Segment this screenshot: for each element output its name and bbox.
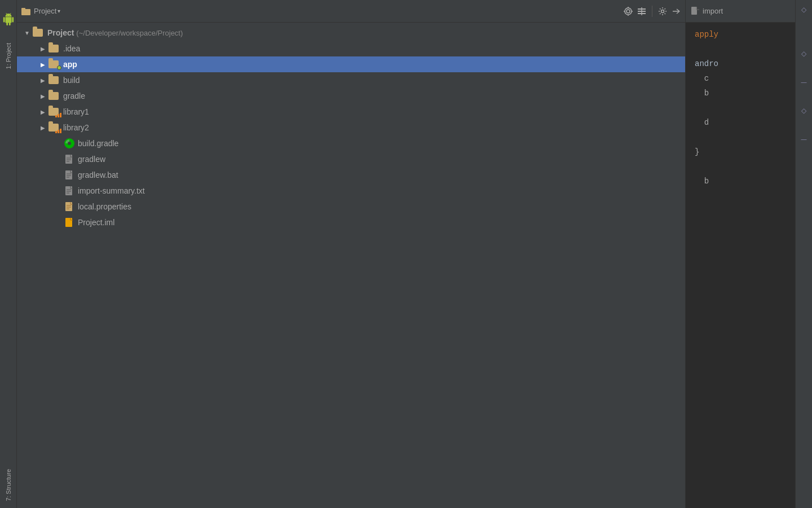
svg-point-3 — [626, 10, 630, 13]
code-line-2 — [695, 42, 795, 56]
outline-sym-2: ◇ — [796, 49, 812, 59]
toolbar-separator — [652, 6, 652, 17]
project-view-dropdown[interactable]: Project ▾ — [34, 7, 60, 15]
code-line-6 — [695, 100, 795, 115]
pin-icon[interactable] — [672, 7, 681, 16]
tree-item-build[interactable]: build — [17, 72, 685, 88]
root-folder-icon — [33, 28, 44, 37]
tree-item-library1[interactable]: library1 — [17, 104, 685, 120]
tree-item-gradlew-bat[interactable]: gradlew.bat — [17, 167, 685, 183]
project-panel: Project ▾ — [17, 0, 685, 508]
app-arrow-icon — [37, 59, 48, 70]
svg-rect-32 — [65, 218, 72, 227]
idea-folder-icon — [48, 44, 60, 53]
root-label: Project (~/Developer/workspace/Project) — [47, 28, 183, 37]
tree-item-app[interactable]: app — [17, 56, 685, 72]
svg-point-12 — [661, 10, 664, 12]
code-line-8 — [695, 130, 795, 144]
import-summary-file-icon — [64, 186, 74, 196]
code-line-11: b — [695, 174, 795, 189]
svg-rect-1 — [21, 8, 25, 10]
build-gradle-file-icon — [64, 138, 74, 148]
build-folder-icon — [48, 76, 60, 85]
project-iml-label: Project.iml — [78, 218, 114, 227]
gradlew-bat-file-icon — [64, 170, 74, 180]
code-line-9: } — [695, 144, 795, 159]
outline-panel: ◇ ◇ — ◇ — — [795, 0, 812, 508]
tree-item-local-properties[interactable]: local.properties — [17, 199, 685, 214]
import-summary-label: import-summary.txt — [78, 186, 145, 195]
file-doc-icon — [691, 7, 699, 16]
gradlew-bat-label: gradlew.bat — [78, 170, 118, 179]
project-toolbar: Project ▾ — [17, 0, 685, 23]
toolbar-right — [624, 6, 681, 17]
toolbar-left: Project ▾ — [21, 7, 620, 16]
tree-item-idea[interactable]: .idea — [17, 41, 685, 56]
project-iml-file-icon — [64, 217, 74, 227]
svg-rect-28 — [65, 202, 72, 211]
tree-item-build-gradle[interactable]: build.gradle — [17, 135, 685, 151]
dropdown-arrow-icon: ▾ — [58, 8, 60, 14]
library2-label: library2 — [63, 123, 89, 132]
gradle-dir-label: gradle — [63, 91, 85, 100]
android-icon — [2, 13, 15, 25]
build-gradle-label: build.gradle — [78, 139, 118, 148]
root-arrow-icon — [21, 27, 33, 38]
svg-rect-24 — [65, 186, 72, 195]
library2-arrow-icon — [37, 122, 48, 133]
library1-label: library1 — [63, 107, 89, 116]
left-tab-strip: 1: Project 7: Structure — [0, 0, 17, 508]
code-line-4: c — [695, 71, 795, 86]
idea-arrow-icon — [37, 43, 48, 54]
gradle-dir-arrow-icon — [37, 90, 48, 102]
gradlew-file-icon — [64, 154, 74, 164]
gradlew-label: gradlew — [78, 155, 105, 164]
tree-item-gradlew[interactable]: gradlew — [17, 151, 685, 167]
project-view-label: Project — [34, 7, 56, 15]
local-properties-label: local.properties — [78, 202, 131, 211]
sidebar-item-structure[interactable]: 7: Structure — [2, 462, 15, 508]
app-label: app — [63, 60, 77, 69]
tree-item-root[interactable]: Project (~/Developer/workspace/Project) — [17, 25, 685, 41]
outline-sym-3: — — [796, 78, 812, 86]
tree-item-project-iml[interactable]: Project.iml — [17, 214, 685, 230]
project-folder-icon — [21, 7, 30, 16]
outline-sym-4: ◇ — [796, 106, 812, 116]
outline-sym-1: ◇ — [796, 5, 812, 15]
target-icon[interactable] — [624, 7, 633, 16]
local-properties-file-icon — [64, 202, 74, 212]
code-line-7: d — [695, 115, 795, 130]
tree-item-library2[interactable]: library2 — [17, 120, 685, 135]
right-panel-header: import — [686, 0, 795, 23]
svg-rect-16 — [65, 155, 72, 164]
layout-icon[interactable] — [637, 7, 646, 16]
project-tree: Project (~/Developer/workspace/Project) … — [17, 23, 685, 508]
code-line-3: andro — [695, 56, 795, 71]
idea-label: .idea — [63, 44, 80, 53]
code-line-1: apply — [695, 27, 795, 42]
right-panel: import apply andro c b d — [685, 0, 795, 508]
code-line-5: b — [695, 86, 795, 100]
app-folder-icon — [48, 60, 60, 69]
gradle-dir-folder-icon — [48, 91, 60, 100]
code-line-10 — [695, 159, 795, 174]
tree-item-import-summary[interactable]: import-summary.txt — [17, 183, 685, 199]
svg-point-2 — [625, 8, 632, 15]
svg-rect-20 — [65, 170, 72, 179]
code-content: apply andro c b d } b — [686, 23, 795, 508]
settings-icon[interactable] — [658, 7, 667, 16]
main-area: Project ▾ — [17, 0, 812, 508]
build-label: build — [63, 76, 80, 85]
tree-item-gradle-dir[interactable]: gradle — [17, 88, 685, 104]
outline-sym-5: — — [796, 135, 812, 143]
library2-folder-icon — [48, 123, 60, 132]
sidebar-item-project[interactable]: 1: Project — [2, 36, 15, 76]
library1-arrow-icon — [37, 106, 48, 117]
right-panel-title: import — [703, 7, 723, 15]
build-arrow-icon — [37, 75, 48, 86]
library1-folder-icon — [48, 107, 60, 116]
